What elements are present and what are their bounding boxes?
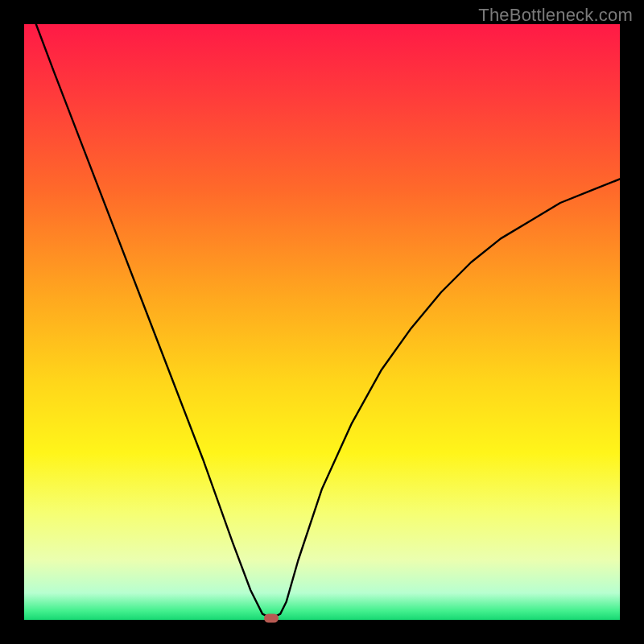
plot-area: [24, 24, 620, 620]
chart-svg: [24, 24, 620, 620]
gradient-background: [24, 24, 620, 620]
outer-frame: TheBottleneck.com: [0, 0, 644, 644]
minimum-marker: [264, 613, 279, 622]
watermark-text: TheBottleneck.com: [478, 5, 633, 26]
